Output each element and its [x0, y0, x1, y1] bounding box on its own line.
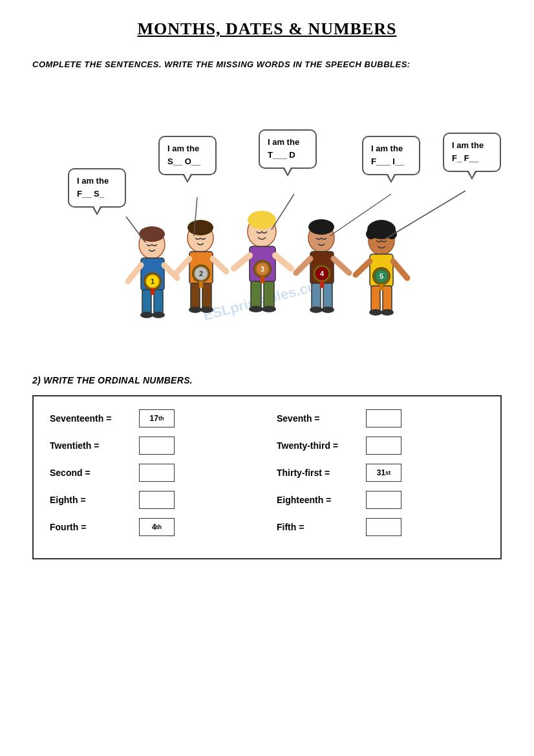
- svg-point-11: [146, 275, 159, 288]
- bubble3-line2: T___ D: [268, 149, 308, 162]
- answer-box-eighth: [139, 491, 175, 509]
- section2-title: 2) WRITE THE ORDINAL NUMBERS.: [32, 375, 502, 385]
- left-column: Seventeenth = 17th Twentieth = Second = …: [50, 409, 257, 545]
- bubble5-line1: I am the: [452, 139, 492, 153]
- number-row: Seventeenth = 17th: [50, 409, 257, 427]
- svg-point-23: [193, 265, 209, 282]
- bubble1-line2: F__ S_: [77, 188, 117, 201]
- svg-point-28: [248, 211, 276, 229]
- instruction-text: COMPLETE THE SENTENCES. WRITE THE MISSIN…: [32, 58, 502, 71]
- bubble2-line2: S__ O__: [167, 155, 208, 169]
- number-row: Thirty-first = 31st: [277, 464, 484, 482]
- svg-point-48: [321, 307, 334, 313]
- svg-point-55: [366, 229, 376, 239]
- number-row: Twenty-third =: [277, 437, 484, 455]
- number-label-seventh: Seventh =: [277, 413, 361, 424]
- answer-box-seventeenth: 17th: [139, 409, 175, 427]
- bubble5-line2: F_ F__: [452, 152, 492, 166]
- numbers-table: Seventeenth = 17th Twentieth = Second = …: [32, 395, 502, 559]
- bubble4-line2: F___ I__: [371, 155, 411, 169]
- bubble3-line1: I am the: [268, 136, 308, 149]
- svg-line-31: [275, 255, 291, 268]
- bubble4-line1: I am the: [371, 142, 411, 156]
- svg-point-9: [152, 312, 165, 318]
- svg-line-43: [296, 259, 310, 273]
- number-row: Seventh =: [277, 409, 484, 427]
- speech-bubble-4: I am the F___ I__: [362, 136, 420, 176]
- svg-point-65: [375, 270, 388, 283]
- svg-rect-3: [141, 258, 164, 290]
- number-label-fourth: Fourth =: [50, 522, 134, 532]
- svg-line-17: [175, 259, 189, 275]
- svg-point-14: [187, 224, 213, 252]
- svg-line-59: [393, 261, 407, 278]
- svg-point-53: [368, 226, 394, 255]
- svg-point-8: [140, 312, 153, 318]
- number-label-eighteenth: Eighteenth =: [277, 495, 361, 505]
- svg-point-36: [254, 261, 271, 277]
- svg-line-30: [234, 255, 250, 268]
- svg-rect-26: [199, 281, 203, 288]
- svg-point-21: [189, 307, 202, 313]
- svg-line-72: [385, 191, 465, 239]
- number-row: Second =: [50, 464, 257, 482]
- svg-rect-13: [151, 288, 155, 295]
- svg-rect-42: [310, 252, 334, 284]
- number-row: Fourth = 4th: [50, 518, 257, 536]
- svg-point-35: [262, 306, 276, 312]
- svg-point-37: [256, 263, 269, 275]
- svg-rect-52: [320, 281, 324, 288]
- scene-container: I am the F__ S_ I am the S__ O__ I am th…: [32, 84, 502, 356]
- svg-line-71: [330, 194, 391, 236]
- svg-point-22: [200, 307, 213, 313]
- number-label-thirtyfirst: Thirty-first =: [277, 468, 361, 478]
- number-label-twentythird: Twenty-third =: [277, 440, 361, 451]
- number-label-twentieth: Twentieth =: [50, 440, 134, 451]
- svg-point-50: [315, 267, 328, 280]
- answer-box-second: [139, 464, 175, 482]
- svg-point-1: [139, 230, 165, 259]
- numbers-grid: Seventeenth = 17th Twentieth = Second = …: [50, 409, 484, 545]
- svg-rect-32: [251, 281, 261, 308]
- svg-rect-61: [383, 286, 392, 312]
- svg-line-18: [213, 259, 226, 272]
- svg-point-15: [187, 220, 213, 235]
- svg-point-47: [310, 307, 323, 313]
- right-column: Seventh = Twenty-third = Thirty-first = …: [277, 409, 484, 545]
- svg-line-70: [272, 194, 294, 230]
- answer-box-seventh: [366, 409, 401, 427]
- svg-point-63: [381, 309, 394, 316]
- svg-rect-39: [261, 277, 264, 283]
- page-title: MONTHS, DATES & NUMBERS: [32, 19, 502, 39]
- svg-point-54: [367, 220, 396, 239]
- svg-text:3: 3: [261, 265, 264, 273]
- svg-line-58: [356, 261, 370, 275]
- svg-rect-6: [142, 290, 151, 314]
- speech-bubble-2: I am the S__ O__: [158, 136, 217, 176]
- svg-text:1: 1: [151, 277, 155, 285]
- number-label-eighth: Eighth =: [50, 495, 134, 505]
- svg-point-41: [308, 219, 334, 235]
- svg-rect-45: [312, 283, 321, 309]
- svg-rect-46: [323, 283, 332, 309]
- answer-box-thirtyfirst: 31st: [366, 464, 401, 482]
- speech-bubble-5: I am the F_ F__: [443, 133, 501, 173]
- bubble2-line1: I am the: [167, 142, 208, 156]
- number-row: Twentieth =: [50, 437, 257, 455]
- svg-line-68: [126, 217, 145, 243]
- svg-point-24: [195, 267, 208, 280]
- svg-point-40: [308, 224, 334, 252]
- svg-rect-7: [154, 290, 163, 314]
- bubble1-line1: I am the: [77, 175, 117, 188]
- svg-rect-19: [191, 283, 200, 309]
- svg-text:4: 4: [320, 270, 325, 277]
- svg-point-64: [373, 268, 390, 285]
- number-row: Eighteenth =: [277, 491, 484, 509]
- speech-bubble-1: I am the F__ S_: [68, 168, 126, 208]
- answer-box-fifth: [366, 518, 401, 536]
- svg-rect-57: [370, 254, 393, 286]
- svg-point-56: [387, 229, 397, 239]
- svg-text:2: 2: [199, 270, 203, 277]
- svg-rect-29: [250, 246, 275, 282]
- children-illustration: ESLprintables.com 1: [32, 84, 502, 356]
